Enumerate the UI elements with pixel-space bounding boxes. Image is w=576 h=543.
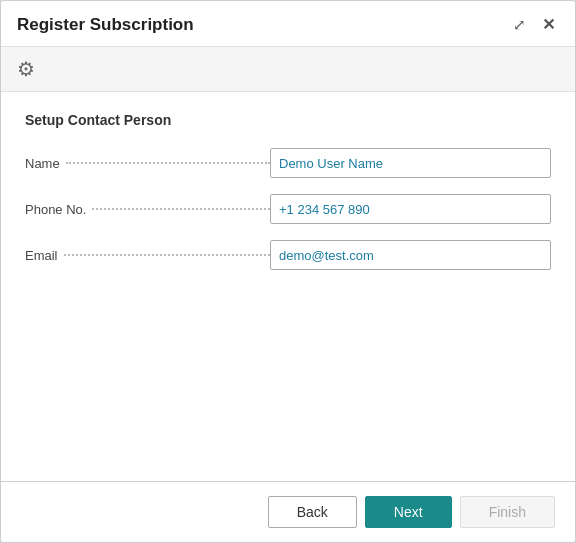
dots-name bbox=[66, 162, 270, 164]
expand-button[interactable]: ⤢ bbox=[509, 14, 530, 36]
toolbar: ⚙ bbox=[1, 47, 575, 92]
form-row-phone: Phone No. bbox=[25, 194, 551, 224]
dialog-header: Register Subscription ⤢ ✕ bbox=[1, 1, 575, 47]
dots-phone bbox=[92, 208, 270, 210]
gear-icon: ⚙ bbox=[17, 57, 35, 81]
phone-input[interactable] bbox=[270, 194, 551, 224]
dialog-footer: Back Next Finish bbox=[1, 481, 575, 542]
form-row-email: Email bbox=[25, 240, 551, 270]
dialog-title: Register Subscription bbox=[17, 15, 194, 35]
register-subscription-dialog: Register Subscription ⤢ ✕ ⚙ Setup Contac… bbox=[0, 0, 576, 543]
email-input[interactable] bbox=[270, 240, 551, 270]
expand-icon: ⤢ bbox=[513, 16, 526, 34]
header-icons: ⤢ ✕ bbox=[509, 13, 559, 36]
name-label: Name bbox=[25, 156, 60, 171]
finish-button: Finish bbox=[460, 496, 555, 528]
close-icon: ✕ bbox=[542, 15, 555, 34]
label-dots-phone: Phone No. bbox=[25, 202, 270, 217]
section-title: Setup Contact Person bbox=[25, 112, 551, 128]
email-label: Email bbox=[25, 248, 58, 263]
dots-email bbox=[64, 254, 270, 256]
close-button[interactable]: ✕ bbox=[538, 13, 559, 36]
label-dots-email: Email bbox=[25, 248, 270, 263]
back-button[interactable]: Back bbox=[268, 496, 357, 528]
form-row-name: Name bbox=[25, 148, 551, 178]
next-button[interactable]: Next bbox=[365, 496, 452, 528]
dialog-body: Setup Contact Person Name Phone No. Emai… bbox=[1, 92, 575, 481]
phone-label: Phone No. bbox=[25, 202, 86, 217]
name-input[interactable] bbox=[270, 148, 551, 178]
label-dots-name: Name bbox=[25, 156, 270, 171]
